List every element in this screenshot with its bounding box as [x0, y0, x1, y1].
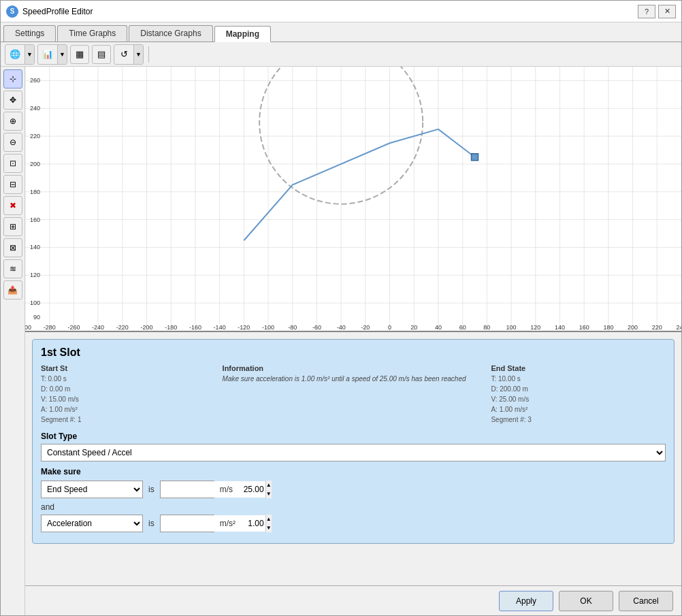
end-speed-input[interactable]: [161, 481, 265, 498]
globe-dropdown[interactable]: 🌐 ▼: [5, 44, 35, 65]
slot-info-row: Start St T: 0.00 s D: 0.00 m V: 15.00 m/…: [41, 364, 666, 425]
rotate-arrow[interactable]: ▼: [133, 45, 143, 64]
sidebar-node4-button[interactable]: ⊠: [3, 238, 22, 257]
acceleration-unit: m/s²: [220, 519, 236, 528]
and-label: and: [41, 502, 666, 512]
sidebar-zoom-in-button[interactable]: ⊕: [3, 112, 22, 131]
slot-editor: 1st Slot Start St T: 0.00 s D: 0.00 m V:…: [25, 332, 681, 585]
sidebar-node3-button[interactable]: ⊞: [3, 217, 22, 236]
end-speed-row: End Speed Start Speed Acceleration is ▲ …: [41, 481, 666, 498]
graph-canvas: [25, 67, 681, 331]
end-label: End State: [491, 364, 666, 372]
table1-button[interactable]: ▦: [70, 45, 89, 64]
table2-button[interactable]: ▤: [92, 45, 111, 64]
chart-arrow[interactable]: ▼: [57, 45, 67, 64]
end-speed-is-label: is: [148, 485, 155, 494]
start-content: T: 0.00 s D: 0.00 m V: 15.00 m/s A: 1.00…: [41, 374, 216, 425]
information-col: Information Make sure acceleration is 1.…: [223, 364, 485, 425]
cancel-button[interactable]: Cancel: [619, 591, 673, 611]
sidebar-node1-button[interactable]: ⊡: [3, 154, 22, 173]
end-speed-unit: m/s: [220, 485, 233, 494]
window-title: SpeedProfile Editor: [22, 7, 638, 16]
end-speed-select[interactable]: End Speed Start Speed Acceleration: [41, 481, 143, 498]
sidebar-hand-button[interactable]: ✥: [3, 91, 22, 110]
globe-button[interactable]: 🌐: [5, 45, 25, 64]
acceleration-down[interactable]: ▼: [266, 523, 272, 532]
slot-type-select[interactable]: Constant Speed / Accel Linear Accelerati…: [41, 444, 666, 461]
titlebar-buttons: ? ✕: [638, 5, 676, 18]
lower-panel: 1st Slot Start St T: 0.00 s D: 0.00 m V:…: [25, 332, 681, 615]
info-label: Information: [223, 364, 485, 372]
graph-area[interactable]: [25, 67, 681, 332]
tab-bar: Settings Time Graphs Distance Graphs Map…: [1, 22, 681, 42]
toolbar: 🌐 ▼ 📊 ▼ ▦ ▤ ↺ ▼: [1, 42, 681, 67]
acceleration-select[interactable]: Acceleration Distance Time: [41, 515, 143, 532]
ok-button[interactable]: OK: [559, 591, 613, 611]
acceleration-row: Acceleration Distance Time is ▲ ▼: [41, 515, 666, 532]
tab-distance-graphs[interactable]: Distance Graphs: [129, 25, 212, 42]
footer-bar: Apply OK Cancel: [25, 585, 681, 615]
end-content: T: 10.00 s D: 200.00 m V: 25.00 m/s A: 1…: [491, 374, 666, 425]
rotate-dropdown[interactable]: ↺ ▼: [114, 44, 144, 65]
acceleration-input[interactable]: [161, 515, 265, 532]
sidebar-cursor-button[interactable]: ⊹: [3, 69, 22, 88]
end-speed-up[interactable]: ▲: [266, 481, 272, 489]
acceleration-arrows: ▲ ▼: [265, 515, 272, 532]
left-sidebar: ⊹ ✥ ⊕ ⊖ ⊡ ⊟ ✖ ⊞ ⊠ ≋ 📤: [1, 67, 25, 615]
chart-button[interactable]: 📊: [38, 45, 57, 64]
sidebar-export-button[interactable]: 📤: [3, 280, 22, 299]
sidebar-delete-button[interactable]: ✖: [3, 196, 22, 215]
tab-mapping[interactable]: Mapping: [214, 26, 271, 42]
tab-settings[interactable]: Settings: [3, 25, 56, 42]
help-button[interactable]: ?: [638, 5, 655, 18]
toolbar-separator: [148, 46, 149, 63]
sidebar-node5-button[interactable]: ≋: [3, 259, 22, 278]
app-icon: S: [6, 5, 18, 18]
sidebar-zoom-out-button[interactable]: ⊖: [3, 133, 22, 152]
apply-button[interactable]: Apply: [499, 591, 553, 611]
start-state-col: Start St T: 0.00 s D: 0.00 m V: 15.00 m/…: [41, 364, 216, 425]
make-sure-label: Make sure: [41, 467, 666, 476]
right-panel: 1st Slot Start St T: 0.00 s D: 0.00 m V:…: [25, 67, 681, 615]
slot-type-label: Slot Type: [41, 432, 666, 441]
end-state-col: End State T: 10.00 s D: 200.00 m V: 25.0…: [491, 364, 666, 425]
end-speed-spinbox[interactable]: ▲ ▼: [160, 481, 214, 498]
globe-arrow[interactable]: ▼: [25, 45, 34, 64]
acceleration-spinbox[interactable]: ▲ ▼: [160, 515, 214, 532]
start-label: Start St: [41, 364, 216, 372]
slot-card: 1st Slot Start St T: 0.00 s D: 0.00 m V:…: [32, 339, 675, 544]
tab-time-graphs[interactable]: Time Graphs: [57, 25, 127, 42]
rotate-button[interactable]: ↺: [114, 45, 133, 64]
info-text: Make sure acceleration is 1.00 m/s² unti…: [223, 374, 485, 384]
acceleration-is-label: is: [148, 519, 155, 528]
titlebar: S SpeedProfile Editor ? ✕: [1, 1, 681, 22]
main-window: S SpeedProfile Editor ? ✕ Settings Time …: [0, 0, 682, 616]
chart-dropdown[interactable]: 📊 ▼: [37, 44, 67, 65]
close-button[interactable]: ✕: [658, 5, 676, 18]
main-content: ⊹ ✥ ⊕ ⊖ ⊡ ⊟ ✖ ⊞ ⊠ ≋ 📤 1st Slot: [1, 67, 681, 615]
end-speed-arrows: ▲ ▼: [265, 481, 272, 498]
acceleration-up[interactable]: ▲: [266, 515, 272, 523]
sidebar-node2-button[interactable]: ⊟: [3, 175, 22, 194]
slot-title: 1st Slot: [41, 346, 666, 359]
end-speed-down[interactable]: ▼: [266, 489, 272, 498]
